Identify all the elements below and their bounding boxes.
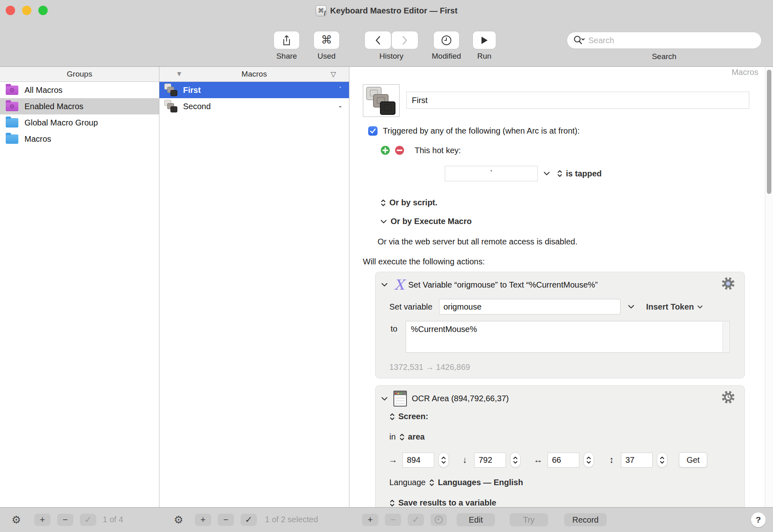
x-coordinate-input[interactable]: 894 <box>402 453 434 468</box>
group-row-enabled-macros[interactable]: ⚙ Enabled Macros <box>0 98 159 114</box>
macro-icon-well[interactable] <box>363 84 400 117</box>
width-stepper[interactable] <box>583 452 594 468</box>
detail-scrollbar-track[interactable] <box>765 67 773 507</box>
or-by-execute-row[interactable]: Or by Execute Macro <box>380 217 472 226</box>
hotkey-field[interactable]: ` <box>445 166 538 181</box>
modified-button[interactable] <box>434 31 459 49</box>
get-button[interactable]: Get <box>679 452 707 468</box>
height-stepper[interactable] <box>657 452 667 468</box>
action-gear-button[interactable] <box>721 390 735 406</box>
detail-scrollbar-thumb[interactable] <box>767 70 771 194</box>
x-stepper[interactable] <box>438 452 449 468</box>
hotkey-mode-popup[interactable]: is tapped <box>566 169 602 178</box>
chevron-left-icon <box>375 35 381 45</box>
folder-icon <box>6 118 18 128</box>
actions-heading: Will execute the following actions: <box>363 257 485 266</box>
save-results-row[interactable]: Save results to a variable <box>389 498 496 507</box>
to-row: to %CurrentMouse% <box>391 321 730 353</box>
or-by-script-row[interactable]: Or by script. <box>380 198 437 207</box>
trigger-checkbox[interactable] <box>368 126 378 136</box>
remove-trigger-icon[interactable] <box>395 145 404 155</box>
updown-stepper-icon[interactable] <box>399 433 405 441</box>
panel-label: Macros <box>731 68 758 77</box>
insert-token-button[interactable]: Insert Token <box>646 302 703 312</box>
status-bar: ⚙ + − ✓ 1 of 4 ⚙ + − ✓ 1 of 2 selected +… <box>0 507 773 532</box>
height-input[interactable]: 37 <box>621 453 653 468</box>
modified-toolbar-item: Modified <box>432 31 461 61</box>
macros-header[interactable]: ▼ Macros ▽ <box>159 67 349 82</box>
help-button[interactable]: ? <box>751 512 766 527</box>
in-label: in <box>389 432 396 442</box>
record-button[interactable]: Record <box>564 513 607 526</box>
macros-gear-button[interactable]: ⚙ <box>171 513 186 527</box>
group-label: All Macros <box>24 86 62 95</box>
toggle-macro-enable-button[interactable]: ✓ <box>241 514 257 526</box>
app-icon: ⌘ <box>316 5 327 16</box>
run-button[interactable] <box>473 31 496 49</box>
collapse-action-icon[interactable] <box>381 397 388 401</box>
toggle-group-enable-button[interactable]: ✓ <box>80 514 96 526</box>
to-value-textarea[interactable]: %CurrentMouse% <box>406 321 730 353</box>
sort-descending-icon[interactable]: ▼ <box>176 70 183 78</box>
collapse-action-icon[interactable] <box>381 283 388 287</box>
used-button[interactable]: ⌘ <box>314 31 339 49</box>
hotkey-row: ` is tapped <box>445 166 602 181</box>
command-icon: ⌘ <box>321 35 332 46</box>
y-coordinate-icon: ↓ <box>459 455 470 465</box>
y-stepper[interactable] <box>510 452 521 468</box>
updown-stepper-icon <box>389 499 395 507</box>
remove-macro-button[interactable]: − <box>218 514 234 526</box>
textarea-scrollbar[interactable] <box>722 322 729 352</box>
hotkey-label: This hot key: <box>415 146 461 155</box>
variable-name-input[interactable]: origmouse <box>439 299 621 314</box>
search-field[interactable] <box>567 32 762 49</box>
updown-stepper-icon[interactable] <box>429 479 435 487</box>
toggle-action-enable-button[interactable]: ✓ <box>408 514 424 526</box>
group-row-macros[interactable]: Macros <box>0 131 159 147</box>
updown-stepper-icon[interactable] <box>557 169 563 178</box>
chevron-down-icon[interactable] <box>543 171 550 176</box>
sort-toggle-icon[interactable]: ▽ <box>331 70 336 79</box>
area-popup-label[interactable]: area <box>408 432 425 442</box>
action-timeout-button[interactable] <box>431 514 447 526</box>
add-group-button[interactable]: + <box>34 514 51 526</box>
screen-popup-row[interactable]: Screen: <box>389 412 428 421</box>
chevron-down-icon[interactable] <box>628 305 634 309</box>
language-popup[interactable]: Languages — English <box>438 478 523 487</box>
macro-row-second[interactable]: Second - <box>159 98 349 114</box>
chevron-right-icon <box>402 35 408 45</box>
used-label: Used <box>318 52 336 61</box>
folder-icon <box>6 134 18 144</box>
macro-name-field[interactable]: First <box>406 92 749 109</box>
share-toolbar-item: Share <box>274 31 299 61</box>
trigger-label: Triggered by any of the following (when … <box>383 126 580 136</box>
keyboard-maestro-window: ⌘ Keyboard Maestro Editor — First Share … <box>0 0 773 532</box>
groups-header[interactable]: Groups <box>0 67 159 82</box>
history-forward-button[interactable] <box>392 31 418 49</box>
to-label: to <box>391 324 398 334</box>
remove-action-button[interactable]: − <box>385 514 401 526</box>
action-gear-button[interactable] <box>721 276 735 292</box>
search-input[interactable] <box>588 36 755 45</box>
height-icon: ↕ <box>606 455 617 465</box>
y-coordinate-input[interactable]: 792 <box>474 453 506 468</box>
add-macro-button[interactable]: + <box>195 514 211 526</box>
share-button[interactable] <box>274 31 299 49</box>
add-action-button[interactable]: + <box>362 514 378 526</box>
screen-popup-label: Screen: <box>398 412 428 421</box>
check-icon <box>370 128 376 134</box>
action-title: Set Variable “origmouse” to Text “%Curre… <box>408 280 598 290</box>
group-row-global-macro-group[interactable]: Global Macro Group <box>0 114 159 131</box>
edit-button[interactable]: Edit <box>457 513 495 526</box>
history-back-button[interactable] <box>365 31 391 49</box>
group-row-all-macros[interactable]: ⚙ All Macros <box>0 82 159 98</box>
try-button[interactable]: Try <box>510 513 548 526</box>
group-label: Global Macro Group <box>24 118 98 128</box>
remove-group-button[interactable]: − <box>57 514 73 526</box>
groups-gear-button[interactable]: ⚙ <box>9 513 24 527</box>
width-input[interactable]: 66 <box>548 453 579 468</box>
groups-count: 1 of 4 <box>103 515 123 524</box>
macro-row-first[interactable]: First ` <box>159 82 349 98</box>
smart-group-folder-icon: ⚙ <box>6 102 18 111</box>
add-trigger-icon[interactable] <box>380 145 390 155</box>
